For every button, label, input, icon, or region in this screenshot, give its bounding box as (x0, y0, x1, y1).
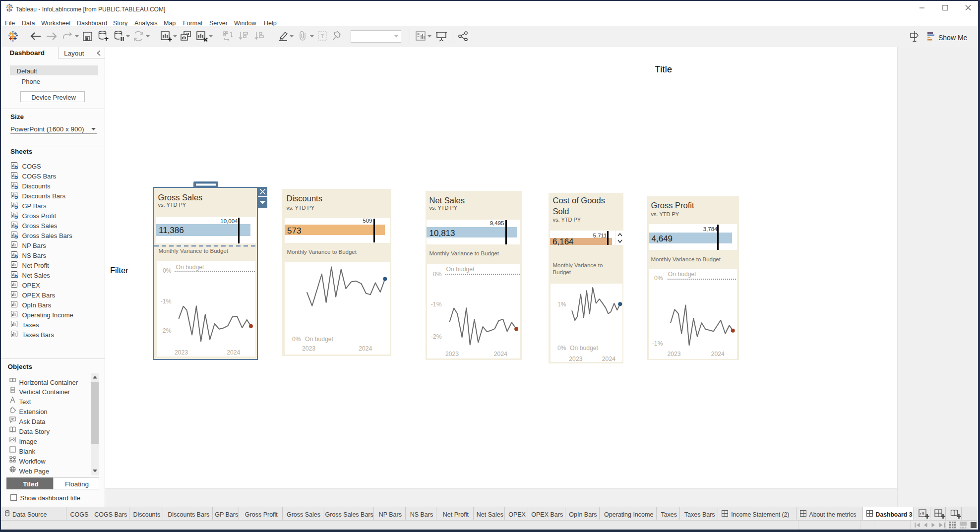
svg-text:T: T (321, 33, 325, 40)
